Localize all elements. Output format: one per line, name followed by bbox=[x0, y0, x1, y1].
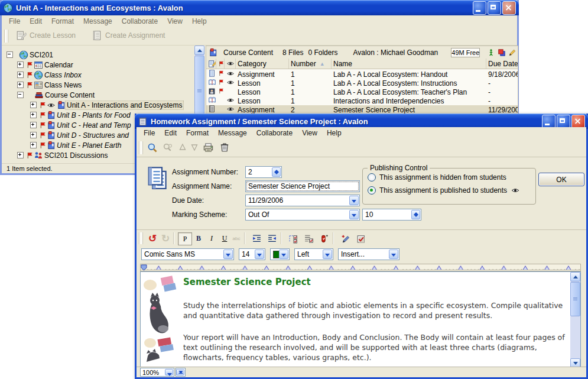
expand-box-icon[interactable] bbox=[30, 132, 37, 138]
chevron-down-icon[interactable] bbox=[349, 210, 359, 219]
expand-box-icon[interactable] bbox=[30, 122, 37, 128]
published-option-row[interactable]: This assignment is published to students bbox=[368, 186, 520, 195]
editor-canvas[interactable]: Semester Science Project Study the inter… bbox=[140, 271, 581, 367]
column-eye[interactable] bbox=[225, 59, 236, 69]
chevron-down-icon[interactable] bbox=[323, 250, 332, 259]
ok-button[interactable]: OK bbox=[538, 173, 584, 186]
collapse-box-icon[interactable] bbox=[7, 51, 13, 58]
spinner-buttons[interactable] bbox=[176, 369, 184, 375]
list-checkbox-button[interactable] bbox=[302, 232, 315, 244]
menu-help[interactable]: Help bbox=[187, 16, 212, 27]
list-row[interactable]: Lesson 1 Lab A - A Local Ecosystem: Inst… bbox=[206, 79, 518, 88]
list-row[interactable]: Assignment 1 Lab A - A Local Ecosystem: … bbox=[206, 70, 518, 79]
search-again-icon[interactable] bbox=[163, 142, 173, 153]
tree-item-class-news[interactable]: Class News bbox=[2, 80, 83, 90]
spinner-buttons[interactable] bbox=[272, 167, 281, 177]
layers-icon[interactable] bbox=[498, 48, 506, 57]
menu-message[interactable]: Message bbox=[79, 16, 117, 27]
search-icon[interactable] bbox=[147, 142, 158, 153]
column-name[interactable]: Name bbox=[332, 59, 486, 69]
outdent-button[interactable] bbox=[265, 232, 278, 244]
assignment-number-spinner[interactable]: 2 bbox=[245, 166, 282, 178]
minimize-button[interactable] bbox=[473, 1, 486, 15]
bold-button[interactable]: B bbox=[192, 232, 205, 244]
font-color-combo[interactable] bbox=[270, 248, 290, 260]
column-flag[interactable] bbox=[216, 59, 225, 69]
menu-format[interactable]: Format bbox=[47, 16, 79, 27]
editor-scrollbar[interactable] bbox=[570, 272, 580, 367]
assignment-name-input[interactable]: Semester Science Project bbox=[245, 180, 360, 192]
tree-item-unit-b[interactable]: Unit B - Plants for Food bbox=[2, 110, 132, 120]
marking-scheme-combo[interactable]: Out Of bbox=[245, 209, 360, 221]
print-icon[interactable] bbox=[203, 142, 214, 153]
toolbar-grip[interactable] bbox=[141, 141, 142, 154]
marker-check-button[interactable] bbox=[317, 232, 330, 244]
marking-points-spinner[interactable]: 10 bbox=[362, 209, 421, 221]
menu-collaborate[interactable]: Collaborate bbox=[252, 128, 297, 138]
redo-button[interactable]: ↻ bbox=[159, 232, 172, 244]
tree-item-class-inbox[interactable]: Class Inbox bbox=[2, 70, 83, 80]
column-due-date[interactable]: Due Date bbox=[486, 59, 518, 69]
menu-message[interactable]: Message bbox=[213, 128, 252, 138]
scroll-up-arrow[interactable] bbox=[194, 46, 204, 55]
approve-button[interactable] bbox=[354, 232, 367, 244]
close-button[interactable] bbox=[571, 115, 585, 128]
expand-box-icon[interactable] bbox=[17, 82, 24, 88]
tree-item-unit-d[interactable]: Unit D - Structures and bbox=[2, 130, 130, 140]
column-number[interactable]: Number▲ bbox=[289, 59, 332, 69]
chevron-down-icon[interactable] bbox=[279, 250, 288, 259]
toolbar-grip[interactable] bbox=[141, 232, 142, 244]
menu-view[interactable]: View bbox=[297, 128, 322, 138]
radio-published[interactable] bbox=[368, 186, 376, 195]
menu-help[interactable]: Help bbox=[322, 128, 346, 138]
next-item-icon[interactable] bbox=[190, 142, 199, 152]
menu-collaborate[interactable]: Collaborate bbox=[117, 16, 163, 27]
tree-item-course-content[interactable]: Course Content bbox=[2, 90, 96, 100]
expand-box-icon[interactable] bbox=[17, 61, 24, 68]
zoom-spinner[interactable] bbox=[176, 368, 186, 377]
font-family-combo[interactable]: Comic Sans MS bbox=[141, 248, 234, 260]
tree-item-unit-e[interactable]: Unit E - Planet Earth bbox=[2, 140, 122, 150]
close-button[interactable] bbox=[502, 1, 516, 15]
column-category[interactable]: Category bbox=[236, 59, 289, 69]
chevron-down-icon[interactable] bbox=[389, 250, 398, 259]
expand-box-icon[interactable] bbox=[30, 102, 37, 108]
undo-button[interactable]: ↺ bbox=[146, 232, 159, 244]
hidden-option-row[interactable]: This assignment is hidden from students bbox=[368, 173, 506, 182]
add-annotation-button[interactable] bbox=[339, 232, 352, 244]
course-window-titlebar[interactable]: Unit A - Interactions and Ecosystems : A… bbox=[0, 0, 519, 15]
scroll-down-arrow[interactable] bbox=[570, 358, 580, 367]
expand-box-icon[interactable] bbox=[30, 142, 37, 148]
scroll-up-arrow[interactable] bbox=[570, 272, 580, 281]
person-permission-icon[interactable] bbox=[487, 48, 495, 57]
small-caps-button[interactable]: abc bbox=[230, 232, 243, 244]
maximize-button[interactable] bbox=[488, 1, 501, 15]
alignment-combo[interactable]: Left bbox=[294, 248, 333, 260]
column-item-icon[interactable] bbox=[206, 59, 216, 69]
chevron-down-icon[interactable] bbox=[165, 369, 173, 375]
tree-item-sci201-discussions[interactable]: SCI201 Discussions bbox=[2, 150, 109, 160]
menu-edit[interactable]: Edit bbox=[160, 128, 181, 138]
tree-item-unit-c[interactable]: Unit C - Heat and Temp bbox=[2, 120, 132, 130]
menu-file[interactable]: File bbox=[139, 128, 160, 138]
expand-box-icon[interactable] bbox=[30, 112, 37, 118]
plain-style-button[interactable]: P bbox=[178, 232, 192, 245]
spinner-buttons[interactable] bbox=[411, 210, 420, 219]
chevron-down-icon[interactable] bbox=[255, 250, 264, 259]
font-size-combo[interactable]: 14 bbox=[239, 248, 265, 260]
tree-item-sci201[interactable]: SCI201 bbox=[2, 50, 54, 60]
delete-icon[interactable] bbox=[219, 142, 230, 153]
tree-item-calendar[interactable]: Calendar bbox=[2, 60, 74, 70]
previous-item-icon[interactable] bbox=[178, 142, 187, 152]
expand-box-icon[interactable] bbox=[17, 152, 24, 158]
menu-edit[interactable]: Edit bbox=[25, 16, 47, 27]
create-assignment-button[interactable]: Create Assignment bbox=[92, 30, 165, 41]
menu-format[interactable]: Format bbox=[181, 128, 213, 138]
create-lesson-button[interactable]: Create Lesson bbox=[16, 30, 76, 41]
pencil-icon[interactable] bbox=[508, 48, 516, 57]
collapse-box-icon[interactable] bbox=[17, 92, 24, 98]
maximize-button[interactable] bbox=[557, 115, 570, 128]
italic-button[interactable]: I bbox=[205, 232, 218, 244]
list-row[interactable]: Lesson 1 Lab A - A Local Ecosystem: Teac… bbox=[206, 88, 518, 96]
expand-box-icon[interactable] bbox=[17, 72, 24, 78]
